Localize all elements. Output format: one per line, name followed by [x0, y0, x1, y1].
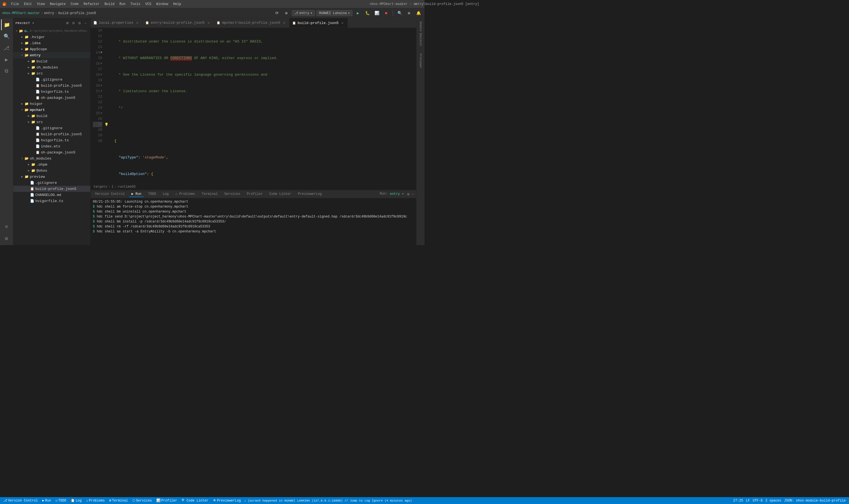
- menu-vcs[interactable]: VCS: [143, 2, 154, 7]
- settings-icon[interactable]: ⚙: [283, 10, 290, 17]
- terminal-content[interactable]: 08/21-15:55:05: Launching cn.openharmony…: [91, 198, 416, 245]
- menu-run[interactable]: Run: [117, 2, 128, 7]
- tree-root-gitignore[interactable]: 📄 .gitignore: [13, 180, 90, 186]
- tree-entry-build[interactable]: ▶ 📁 build: [13, 58, 90, 64]
- notifications-icon[interactable]: 🔔: [414, 10, 422, 17]
- terminal-tab-problems[interactable]: ⚠ Problems: [173, 191, 197, 197]
- tree-mpchart-build[interactable]: ▶ 📁 build: [13, 113, 90, 119]
- ohpm-folder-icon: 📁: [31, 162, 35, 167]
- menu-view[interactable]: View: [35, 2, 47, 7]
- tree-preview[interactable]: ▶ 📁 preview: [13, 174, 90, 180]
- tree-entry[interactable]: ▾ 📂 entry: [13, 52, 90, 58]
- lightbulb-icon[interactable]: 💡: [104, 123, 108, 127]
- stop-icon[interactable]: ■: [382, 10, 390, 17]
- tree-mpchart-bp[interactable]: 📋 build-profile.json5: [13, 131, 90, 137]
- tab-build-profile-close[interactable]: ✕: [340, 21, 345, 25]
- terminal-minimize-icon[interactable]: –: [412, 192, 414, 197]
- terminal-settings-icon[interactable]: ⚙: [407, 192, 409, 197]
- settings-activity-icon[interactable]: ⚙: [1, 233, 12, 244]
- tree-root[interactable]: ▾ 📂 ohos-MPChart-master D:\project\proje…: [13, 28, 90, 34]
- remote-emulator-icon[interactable]: Remote Emulator: [417, 19, 424, 49]
- debug-icon[interactable]: 🐛: [364, 10, 371, 17]
- breadcrumb-1: 1: [111, 185, 113, 189]
- tab-mpchart-build[interactable]: 📋 mpchart\build-profile.json5 ✕: [214, 18, 289, 28]
- previewer-icon[interactable]: Previewer: [417, 51, 424, 71]
- tree-mpchart-gitignore[interactable]: 📄 .gitignore: [13, 125, 90, 131]
- run-icon[interactable]: ▶: [354, 10, 362, 17]
- tree-hvigor[interactable]: ▶ 📁 .hvigor: [13, 34, 90, 40]
- menu-edit[interactable]: Edit: [22, 2, 34, 7]
- tree-mpchart[interactable]: ▾ 📂 mpchart: [13, 107, 90, 113]
- menu-refactor[interactable]: Refactor: [82, 2, 102, 7]
- vcs-icon[interactable]: ⎇: [1, 42, 12, 54]
- term-line-1: 08/21-15:55:05: Launching cn.openharmony…: [93, 199, 414, 204]
- tab-mpchart-build-close[interactable]: ✕: [282, 21, 286, 25]
- branch-selector[interactable]: ⎇ entry ▾: [292, 10, 315, 16]
- appscope-name: AppScope: [30, 47, 47, 51]
- sidebar-action-2[interactable]: ⊟: [71, 21, 76, 26]
- terminal-tab-version-control[interactable]: Version Control: [93, 192, 127, 197]
- gear-icon[interactable]: ⚙: [405, 10, 413, 17]
- terminal-tab-log[interactable]: Log: [160, 192, 171, 197]
- structure-icon[interactable]: ≡: [1, 221, 12, 232]
- terminal-tab-previewerlog[interactable]: PreviewerLog: [296, 192, 324, 197]
- tree-entry-oh-modules[interactable]: ▶ 📁 oh_modules: [13, 64, 90, 70]
- sidebar-action-1[interactable]: ⊞: [65, 21, 70, 26]
- menu-file[interactable]: File: [9, 2, 21, 7]
- extensions-icon[interactable]: ⧉: [1, 66, 12, 77]
- explorer-icon[interactable]: 📁: [1, 19, 12, 30]
- terminal-tab-services[interactable]: Services: [222, 192, 243, 197]
- hvigor-folder-icon: 📁: [24, 35, 29, 39]
- menu-help[interactable]: Help: [171, 2, 183, 7]
- huawei-button[interactable]: HUAWEI Lahaina ▾: [317, 10, 352, 16]
- root-name: ohos-MPChart-master: [24, 29, 28, 33]
- tree-oh-modules[interactable]: ▾ 📂 oh_modules: [13, 156, 90, 161]
- menu-window[interactable]: Window: [154, 2, 171, 7]
- tree-mpchart-index[interactable]: 📄 index.ets: [13, 143, 90, 149]
- tree-hvigor-root[interactable]: ▶ 📁 hvigor: [13, 101, 90, 107]
- tree-changelog[interactable]: 📄 CHANGELOG.md: [13, 192, 90, 198]
- menu-navigate[interactable]: Navigate: [48, 2, 68, 7]
- tree-appscope[interactable]: ▶ 📁 AppScope: [13, 46, 90, 52]
- tree-mpchart-op[interactable]: 📋 oh-package.json5: [13, 149, 90, 156]
- tab-entry-build-close[interactable]: ✕: [206, 21, 211, 25]
- tab-entry-build[interactable]: 📋 entry\build-profile.json5 ✕: [142, 18, 214, 28]
- tab-local-close[interactable]: ✕: [135, 21, 140, 25]
- tree-mpchart-src[interactable]: ▶ 📁 src: [13, 119, 90, 125]
- tree-root-build-profile[interactable]: 📋 build-profile.json5: [13, 186, 90, 192]
- sidebar-action-3[interactable]: ⚙: [77, 21, 82, 26]
- tree-entry-oh-package[interactable]: 📋 oh-package.json5: [13, 95, 90, 101]
- menu-build[interactable]: Build: [102, 2, 117, 7]
- tree-root-hvigorfile[interactable]: 📄 hvigorfile.ts: [13, 198, 90, 204]
- entry-op-name: oh-package.json5: [41, 96, 75, 100]
- tree-mpchart-hv[interactable]: 📄 hvigorfile.ts: [13, 137, 90, 143]
- tree-entry-build-profile[interactable]: 📋 build-profile.json5: [13, 83, 90, 89]
- search-icon[interactable]: 🔍: [1, 31, 12, 42]
- profile-icon[interactable]: 📊: [373, 10, 381, 17]
- terminal-tab-codelinter[interactable]: Code Linter: [267, 192, 293, 197]
- terminal-entry-label[interactable]: entry ▾: [390, 192, 404, 197]
- tree-entry-hvigorfile[interactable]: 📄 hvigorfile.ts: [13, 89, 90, 95]
- menu-code[interactable]: Code: [69, 2, 81, 7]
- code-content[interactable]: * distributed under the License is distr…: [110, 28, 416, 184]
- terminal-tab-run[interactable]: ▶ Run: [129, 191, 144, 197]
- tree-idea[interactable]: ▶ 📁 .idea: [13, 40, 90, 46]
- terminal-tab-todo[interactable]: TODO: [146, 192, 158, 197]
- tree-ohpm[interactable]: ▶ 📁 .ohpm: [13, 161, 90, 167]
- entry-build-name: build: [36, 59, 47, 64]
- tree-entry-gitignore[interactable]: 📄 .gitignore: [13, 76, 90, 83]
- search-button[interactable]: 🔍: [396, 10, 404, 17]
- sync-button[interactable]: ⟳: [273, 10, 281, 17]
- tree-ohos[interactable]: ▶ 📁 @ohos: [13, 167, 90, 174]
- code-editor[interactable]: 10 11 12 13 14 ▼ 15 16 ▼ 17 18 ▼ 19: [91, 28, 416, 184]
- terminal-tab-profiler[interactable]: Profiler: [245, 192, 265, 197]
- tab-local[interactable]: 📄 local.properties ✕: [91, 18, 142, 28]
- tree-entry-src[interactable]: ▶ 📁 src: [13, 70, 90, 76]
- tab-build-profile[interactable]: 📋 build-profile.json5 ✕: [289, 18, 348, 28]
- ln-12: 12: [93, 39, 102, 44]
- sidebar-action-4[interactable]: –: [83, 21, 88, 26]
- menu-tools[interactable]: Tools: [128, 2, 142, 7]
- gutter-bulb[interactable]: 💡: [104, 122, 110, 127]
- run-activity-icon[interactable]: ▶: [1, 54, 12, 65]
- terminal-tab-terminal[interactable]: Terminal: [200, 192, 220, 197]
